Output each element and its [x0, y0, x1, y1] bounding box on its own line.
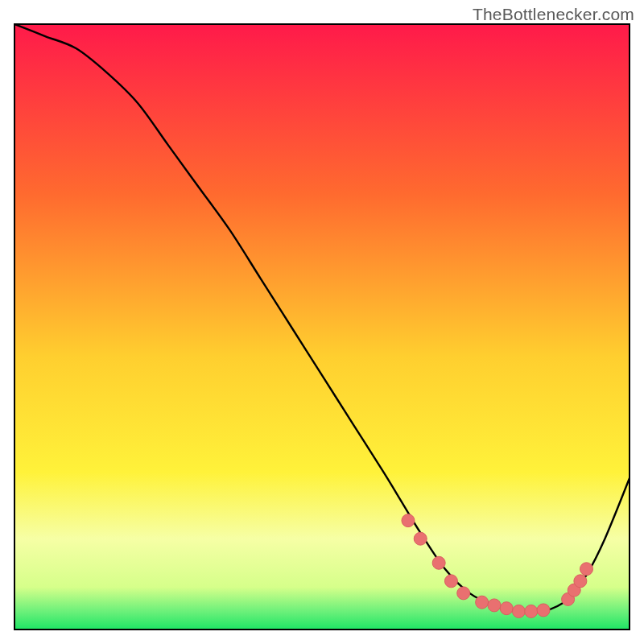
chart-svg	[0, 0, 644, 644]
data-point-marker	[432, 556, 445, 569]
data-point-marker	[488, 599, 501, 612]
data-point-marker	[512, 605, 525, 617]
watermark-label: TheBottlenecker.com	[473, 5, 634, 24]
data-point-marker	[476, 596, 489, 609]
data-point-marker	[580, 563, 593, 576]
bottleneck-chart: TheBottlenecker.com	[0, 0, 644, 644]
data-point-marker	[500, 602, 513, 615]
data-point-marker	[414, 532, 427, 545]
data-point-marker	[444, 575, 457, 588]
data-point-marker	[457, 587, 470, 600]
gradient-background	[14, 24, 630, 630]
data-point-marker	[574, 575, 587, 588]
data-point-marker	[537, 604, 550, 617]
data-point-marker	[525, 605, 538, 617]
data-point-marker	[402, 514, 415, 527]
